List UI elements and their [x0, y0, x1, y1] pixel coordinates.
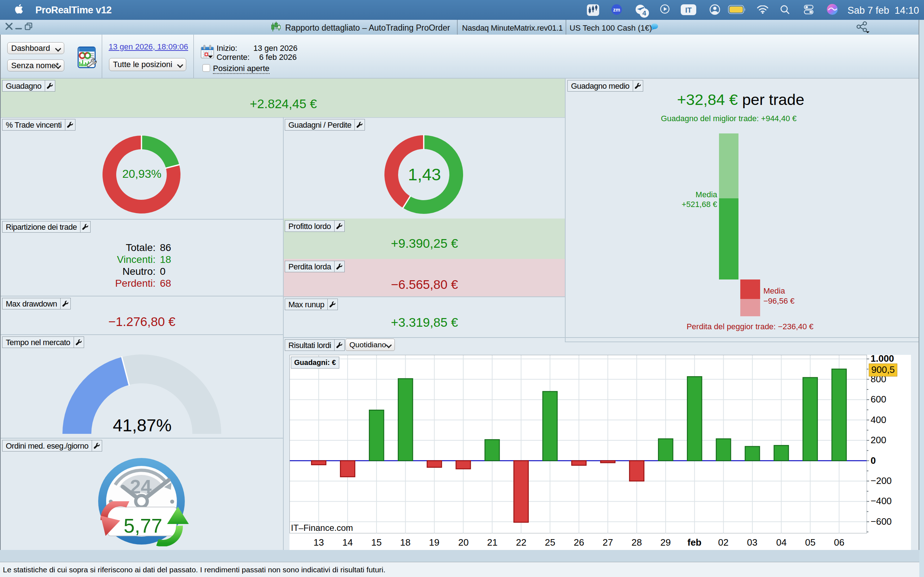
svg-text:20,93%: 20,93% [122, 167, 162, 180]
svg-text:zm: zm [613, 7, 620, 13]
svg-text:5,77: 5,77 [123, 515, 162, 537]
svg-text:1,43: 1,43 [408, 165, 441, 184]
svg-text:IT: IT [685, 6, 692, 14]
svg-text:41,87%: 41,87% [113, 416, 172, 435]
svg-text:4: 4 [643, 10, 646, 17]
